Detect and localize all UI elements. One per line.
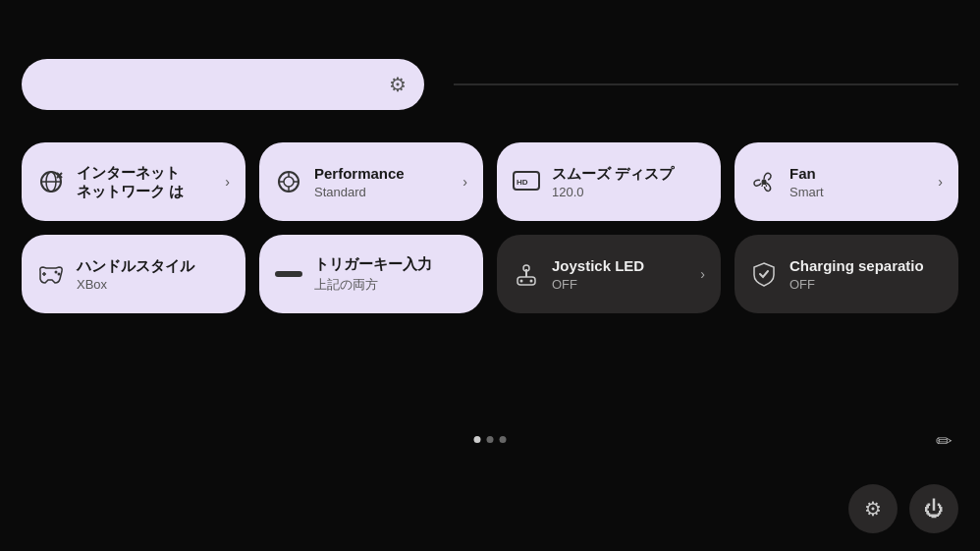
hd-icon: HD xyxy=(513,168,540,195)
cards-grid: インターネットネットワーク は › Performance Standard › xyxy=(22,142,958,313)
card-fan-arrow: › xyxy=(938,174,943,190)
card-internet[interactable]: インターネットネットワーク は › xyxy=(22,142,245,221)
svg-point-24 xyxy=(530,280,533,283)
card-fan[interactable]: A Fan Smart › xyxy=(735,142,958,221)
card-joystick-led[interactable]: Joystick LED OFF › xyxy=(497,235,721,313)
bottom-icons: ⚙ ⏻ xyxy=(848,484,958,533)
card-joystick-subtitle: OFF xyxy=(552,277,688,292)
card-handle-subtitle: XBox xyxy=(77,277,230,292)
globe-x-icon xyxy=(37,168,65,195)
svg-point-18 xyxy=(58,273,61,276)
card-charging-title: Charging separatio xyxy=(789,256,943,276)
card-trigger-title: トリガーキー入力 xyxy=(314,254,467,274)
svg-point-23 xyxy=(520,280,523,283)
card-joystick-title: Joystick LED xyxy=(552,256,688,276)
card-internet-title: インターネットネットワーク は xyxy=(77,163,213,201)
card-joystick-arrow: › xyxy=(700,266,705,282)
svg-rect-19 xyxy=(276,272,301,276)
trigger-icon xyxy=(275,260,302,288)
power-button[interactable]: ⏻ xyxy=(909,484,958,533)
card-joystick-text: Joystick LED OFF xyxy=(552,256,688,293)
svg-point-17 xyxy=(55,271,58,274)
pagination-dot-3 xyxy=(500,436,507,443)
card-smooth-display[interactable]: HD スムーズ ディスプ 120.0 xyxy=(497,142,721,221)
card-handle-title: ハンドルスタイル xyxy=(77,256,230,276)
power-icon: ⏻ xyxy=(924,498,944,521)
card-charging-sep[interactable]: Charging separatio OFF xyxy=(735,235,958,313)
pagination-dot-2 xyxy=(487,436,494,443)
settings-button[interactable]: ⚙ xyxy=(848,484,898,533)
search-line xyxy=(454,83,958,85)
svg-point-6 xyxy=(284,177,294,187)
settings-icon-bottom: ⚙ xyxy=(864,497,882,521)
card-trigger-key[interactable]: トリガーキー入力 上記の両方 xyxy=(259,235,483,313)
search-box[interactable]: ⚙ xyxy=(22,59,424,110)
card-handle-text: ハンドルスタイル XBox xyxy=(77,256,230,293)
card-trigger-subtitle: 上記の両方 xyxy=(314,276,467,294)
settings-icon[interactable]: ⚙ xyxy=(389,73,407,96)
card-fan-text: Fan Smart xyxy=(789,164,926,200)
pagination-dot-1 xyxy=(474,436,481,443)
svg-text:HD: HD xyxy=(517,178,528,187)
edit-icon[interactable]: ✏ xyxy=(936,429,953,453)
card-performance-arrow: › xyxy=(463,174,467,190)
card-performance[interactable]: Performance Standard › xyxy=(259,142,483,221)
card-smooth-text: スムーズ ディスプ 120.0 xyxy=(552,164,705,200)
card-internet-arrow: › xyxy=(225,174,230,190)
card-performance-text: Performance Standard xyxy=(314,164,451,200)
joystick-icon xyxy=(513,260,540,288)
shield-icon xyxy=(750,260,778,288)
card-performance-subtitle: Standard xyxy=(314,185,451,199)
card-trigger-text: トリガーキー入力 上記の両方 xyxy=(314,254,467,294)
gamepad-icon xyxy=(37,260,65,288)
pagination xyxy=(474,436,507,443)
card-charging-text: Charging separatio OFF xyxy=(789,256,943,293)
svg-text:A: A xyxy=(761,179,768,189)
card-smooth-title: スムーズ ディスプ xyxy=(552,164,705,184)
card-charging-subtitle: OFF xyxy=(789,277,943,292)
card-smooth-subtitle: 120.0 xyxy=(552,185,705,199)
card-fan-title: Fan xyxy=(789,164,926,184)
fan-icon: A xyxy=(750,168,778,195)
card-internet-text: インターネットネットワーク は xyxy=(77,163,213,201)
card-handle-style[interactable]: ハンドルスタイル XBox xyxy=(22,235,245,313)
card-fan-subtitle: Smart xyxy=(789,185,926,199)
performance-icon xyxy=(275,168,302,195)
card-performance-title: Performance xyxy=(314,164,451,184)
top-bar: ⚙ xyxy=(22,59,958,110)
